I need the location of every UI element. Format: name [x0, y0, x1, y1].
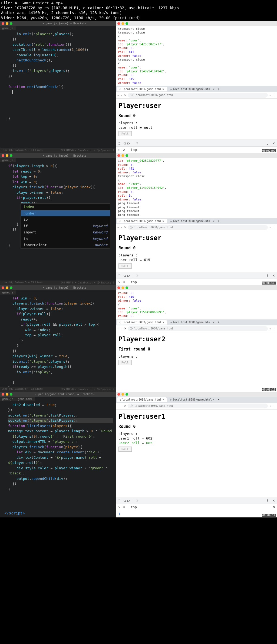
code-editor[interactable]: • public/game.html (node) — Brackets gam… — [0, 392, 116, 517]
close-icon[interactable]: ✕ — [273, 141, 275, 145]
player-heading: Player:user — [118, 102, 274, 110]
winner-roll: user2 roll = 685 — [118, 441, 274, 445]
code-editor[interactable]: • game.js (node) — Brackets game.js let … — [0, 285, 116, 392]
new-tab-button[interactable]: + — [218, 88, 219, 91]
console-input[interactable]: ❯ — [116, 510, 277, 517]
roll-button[interactable]: Roll — [118, 131, 132, 136]
inspect-icon[interactable]: ⬚ — [118, 141, 120, 145]
panel-1: • game.js (node) — Brackets game.js io.e… — [0, 21, 277, 153]
script-close-tag: </script> — [0, 509, 116, 517]
panel-4: • public/game.html (node) — Brackets gam… — [0, 392, 277, 517]
back-button[interactable]: ← — [117, 94, 119, 97]
code-editor[interactable]: • game.js (node) — Brackets game.js if(p… — [0, 153, 116, 285]
panel-2: • game.js (node) — Brackets game.js if(p… — [0, 153, 277, 285]
address-bar[interactable]: ⓘ localhost:8080/game.html — [128, 93, 268, 98]
code-editor[interactable]: • game.js (node) — Brackets game.js io.e… — [0, 21, 116, 153]
terminal[interactable]: transport closetransport close{ name: 'u… — [116, 26, 277, 86]
browser-tab[interactable]: ◇ localhost:8080/game.html × — [167, 87, 217, 91]
menu-icon[interactable]: ⋮ — [273, 94, 275, 97]
device-icon[interactable]: ⫏⫐ — [123, 141, 130, 145]
browser-tab[interactable]: ◇ localhost:8080/game.html × — [117, 87, 167, 91]
autocomplete-popup[interactable]: indexnumberioifkeywordimportkeywordinkey… — [21, 203, 110, 249]
roll-button[interactable]: Roll — [118, 447, 132, 452]
gear-icon[interactable]: ⚙ — [273, 505, 275, 509]
timestamp: 00:02:09 — [262, 149, 276, 152]
stop-icon[interactable]: ⊘ — [123, 148, 125, 152]
file-info: File: 4. Game Project 4.mp4 Size: 107043… — [0, 0, 277, 21]
devtools-toolbar[interactable]: ⬚⫏⫐ » ⋮✕ — [116, 140, 277, 146]
roll-button[interactable]: Roll — [118, 263, 132, 269]
reload-button[interactable]: ⟳ — [124, 94, 126, 97]
round-heading: Round 0 — [118, 113, 274, 118]
editor-tab[interactable]: game.js — [0, 26, 16, 30]
star-icon[interactable]: ☆ — [269, 94, 271, 97]
webpage: Player:user Round 0 players : user roll … — [116, 99, 277, 140]
kebab-icon[interactable]: ⋮ — [266, 141, 269, 145]
forward-button[interactable]: → — [121, 94, 122, 97]
roll-button[interactable]: Roll — [118, 360, 132, 365]
terminal[interactable]: id: 'player_942592829777', round: 0, rol… — [116, 158, 277, 218]
editor-tab[interactable]: game.js — [0, 158, 16, 162]
panel-3: • game.js (node) — Brackets game.js let … — [0, 285, 277, 392]
play-icon[interactable]: ▷ — [118, 148, 120, 152]
browser-tabs[interactable]: ◇ localhost:8080/game.html × ◇ localhost… — [116, 86, 277, 92]
